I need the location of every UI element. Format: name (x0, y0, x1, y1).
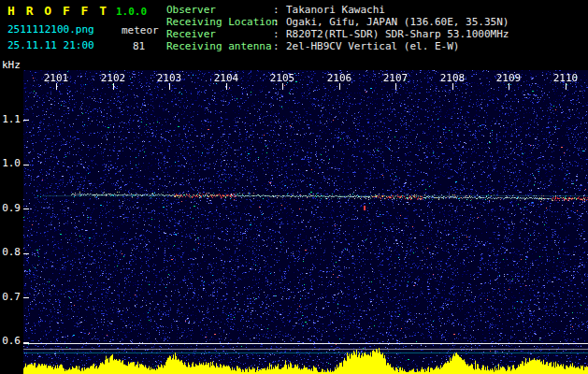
time-label: 2108 (437, 73, 467, 83)
time-label: 2104 (211, 73, 241, 83)
colon: : (273, 4, 286, 16)
y-tick-label: 1.0 (1, 158, 21, 168)
y-axis-unit: kHz (2, 60, 21, 70)
y-tick-label: 0.6 (1, 336, 21, 346)
time-label: 2101 (41, 73, 71, 83)
receiver-label: Receiver (166, 28, 273, 40)
mode-label: meteor (122, 24, 159, 36)
y-tick-label: 0.8 (1, 247, 21, 257)
time-label: 2110 (551, 73, 581, 83)
echo-count: 81 (133, 40, 145, 52)
y-tick-label: 0.9 (1, 203, 21, 213)
app-title: H R O F F T (7, 4, 108, 18)
info-row-receiver: Receiver : R820T2(RTL-SDR) SDR-Sharp 53.… (166, 28, 509, 40)
station-info: Observer : Takanori Kawachi Receiving Lo… (166, 4, 509, 52)
info-row-observer: Observer : Takanori Kawachi (166, 4, 509, 16)
receiver-value: R820T2(RTL-SDR) SDR-Sharp 53.1000MHz (286, 28, 509, 40)
hrofft-window: H R O F F T 1.0.0 2511112100.png meteor … (0, 0, 588, 374)
app-version: 1.0.0 (116, 6, 147, 18)
info-row-antenna: Receiving antenna : 2el-HB9CV Vertical (… (166, 40, 509, 52)
timestamp-label: 25.11.11 21:00 (7, 39, 94, 51)
observer-value: Takanori Kawachi (286, 4, 385, 16)
output-filename: 2511112100.png (7, 23, 94, 36)
time-label: 2103 (154, 73, 184, 83)
antenna-value: 2el-HB9CV Vertical (el. E-W) (286, 40, 459, 52)
observer-label: Observer (166, 4, 273, 16)
time-label: 2107 (380, 73, 410, 83)
time-label: 2105 (267, 73, 297, 83)
spectrogram-canvas (23, 70, 588, 374)
colon: : (273, 28, 286, 40)
y-tick-label: 0.7 (1, 292, 21, 302)
location-label: Receiving Location (166, 16, 273, 28)
time-label: 2109 (494, 73, 523, 83)
colon: : (273, 16, 286, 28)
info-row-location: Receiving Location : Ogaki, Gifu, JAPAN … (166, 16, 509, 28)
colon: : (273, 40, 286, 52)
antenna-label: Receiving antenna (166, 40, 273, 52)
location-value: Ogaki, Gifu, JAPAN (136.60E, 35.35N) (286, 16, 509, 28)
time-label: 2102 (98, 73, 128, 83)
y-tick-label: 1.1 (1, 114, 21, 124)
time-label: 2106 (324, 73, 354, 83)
